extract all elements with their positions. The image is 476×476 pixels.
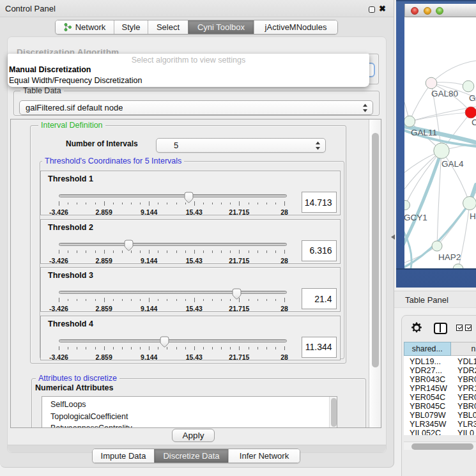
threshold-value-field[interactable]: 14.713 bbox=[302, 192, 337, 213]
slider-tick bbox=[86, 299, 86, 302]
slider-tick bbox=[59, 201, 59, 206]
slider-tick-label: 2.859 bbox=[95, 257, 112, 265]
slider-tick bbox=[104, 201, 105, 206]
attribute-list-item[interactable]: SelfLoops bbox=[42, 397, 337, 411]
attributes-list-scrollbar[interactable] bbox=[329, 397, 337, 428]
slider-tick bbox=[59, 346, 59, 351]
dropdown-item-equal-width[interactable]: Equal Width/Frequency Discretization bbox=[9, 76, 142, 85]
slider-tick bbox=[275, 250, 276, 253]
network-node[interactable] bbox=[426, 77, 437, 89]
network-window-titlebar[interactable] bbox=[404, 4, 476, 17]
close-traffic-light-icon[interactable] bbox=[411, 7, 418, 15]
minimize-traffic-light-icon[interactable] bbox=[424, 7, 431, 15]
column-view-icon[interactable] bbox=[434, 323, 447, 334]
close-icon[interactable]: ✖ bbox=[379, 4, 386, 13]
slider-tick bbox=[149, 250, 150, 254]
network-node-label: GCY1 bbox=[404, 213, 427, 222]
table-header-shared-name[interactable]: shared... bbox=[404, 342, 451, 356]
slider-track[interactable] bbox=[59, 339, 287, 342]
table-data-combobox[interactable]: galFiltered.sif default node bbox=[19, 100, 373, 115]
number-of-intervals-combobox[interactable]: 5 bbox=[156, 138, 326, 153]
slider-tick bbox=[95, 347, 96, 349]
table-header-name[interactable]: n bbox=[451, 342, 476, 356]
slider-thumb[interactable] bbox=[160, 336, 169, 348]
table-row[interactable]: YDL19...YDL1 bbox=[404, 357, 476, 366]
splitter-collapse-icon[interactable] bbox=[391, 234, 395, 240]
table-row[interactable]: YBL079WYBL0 bbox=[404, 411, 476, 420]
attribute-list-item[interactable]: TopologicalCoefficient bbox=[42, 411, 337, 423]
table-row[interactable]: YBR043CYBR0 bbox=[404, 375, 476, 384]
network-edge[interactable] bbox=[410, 83, 431, 121]
checkbox-icon[interactable] bbox=[465, 325, 472, 331]
tab-jactivemnodules[interactable]: jActiveMNodules bbox=[254, 20, 337, 34]
tab-style[interactable]: Style bbox=[114, 20, 148, 34]
slider-tick bbox=[176, 203, 177, 205]
network-canvas[interactable]: GAL80GACGAL11GAL4GCY1HHAP2 bbox=[404, 17, 476, 268]
table-row[interactable]: YIL052CYIL0 bbox=[404, 429, 476, 436]
attributes-list[interactable]: SelfLoopsTopologicalCoefficientBetweenne… bbox=[42, 396, 337, 428]
slider-tick bbox=[68, 250, 68, 253]
cell-shared-name: YBR045C bbox=[404, 402, 452, 411]
threshold-title: Threshold 2 bbox=[48, 223, 93, 232]
slider-track[interactable] bbox=[59, 194, 287, 197]
tab-label: Impute Data bbox=[101, 451, 146, 461]
settings-scrollpane: Interval Definition Number of Intervals … bbox=[10, 119, 381, 428]
settings-vertical-scrollbar[interactable] bbox=[369, 119, 381, 427]
network-edge[interactable] bbox=[431, 61, 476, 83]
network-node[interactable] bbox=[404, 201, 410, 210]
threshold-title: Threshold 4 bbox=[48, 319, 93, 328]
tab-cyni-toolbox[interactable]: Cyni Toolbox bbox=[188, 20, 254, 34]
slider-tick bbox=[167, 299, 167, 302]
float-window-icon[interactable] bbox=[369, 6, 375, 13]
threshold-value-field[interactable]: 6.316 bbox=[302, 240, 337, 261]
slider-thumb[interactable] bbox=[124, 240, 134, 252]
network-node[interactable] bbox=[463, 197, 476, 210]
table-horizontal-scrollbar[interactable] bbox=[404, 441, 476, 450]
tab-impute-data[interactable]: Impute Data bbox=[93, 449, 154, 463]
table-row[interactable]: YBR045CYBR0 bbox=[404, 402, 476, 411]
table-row[interactable]: YER054CYER0 bbox=[404, 393, 476, 402]
tab-select[interactable]: Select bbox=[148, 20, 188, 34]
cell-name: YDL1 bbox=[452, 357, 476, 366]
network-node[interactable] bbox=[432, 241, 442, 251]
scrollbar-thumb[interactable] bbox=[331, 398, 337, 427]
slider-track[interactable] bbox=[59, 291, 287, 294]
scrollbar-thumb[interactable] bbox=[411, 443, 473, 450]
network-node[interactable] bbox=[463, 81, 474, 92]
number-of-intervals-value: 5 bbox=[157, 141, 178, 150]
slider-tick-label: -3.426 bbox=[49, 353, 68, 361]
slider-tick-label: 2.859 bbox=[95, 353, 112, 361]
apply-button[interactable]: Apply bbox=[172, 429, 215, 442]
slider-tick bbox=[158, 347, 158, 349]
zoom-traffic-light-icon[interactable] bbox=[436, 7, 443, 15]
dropdown-item-manual-discretization[interactable]: Manual Discretization bbox=[9, 65, 91, 74]
network-node[interactable] bbox=[453, 264, 463, 268]
table-row[interactable]: YPR145WYPR1 bbox=[404, 384, 476, 393]
checkbox-icon[interactable] bbox=[456, 325, 463, 331]
attribute-list-item[interactable]: BetweennessCentrality bbox=[42, 422, 337, 428]
slider-tick bbox=[113, 299, 114, 302]
cell-shared-name: YDR27... bbox=[404, 366, 452, 375]
threshold-value-field[interactable]: 21.4 bbox=[302, 288, 337, 309]
table-row[interactable]: YDR27...YDR2 bbox=[404, 366, 476, 375]
network-node[interactable] bbox=[465, 107, 476, 118]
tab-network[interactable]: Network bbox=[56, 20, 114, 34]
tab-discretize-data[interactable]: Discretize Data bbox=[154, 449, 228, 463]
slider-tick bbox=[59, 298, 59, 302]
slider-thumb[interactable] bbox=[184, 192, 194, 204]
slider-track[interactable] bbox=[59, 243, 287, 246]
control-panel-titlebar[interactable]: Control Panel ✖ bbox=[0, 0, 394, 17]
network-node[interactable] bbox=[434, 143, 449, 158]
network-edge-highlighted[interactable] bbox=[404, 151, 441, 250]
scrollbar-thumb[interactable] bbox=[372, 133, 379, 367]
table-panel-bar[interactable]: Table Panel bbox=[394, 291, 476, 308]
threshold-value-field[interactable]: 11.344 bbox=[302, 337, 337, 358]
dropdown-prompt-item[interactable]: Select algorithm to view settings bbox=[8, 56, 369, 65]
table-row[interactable]: YLR345WYLR3 bbox=[404, 420, 476, 429]
tab-infer-network[interactable]: Infer Network bbox=[228, 449, 300, 463]
gear-icon[interactable] bbox=[411, 322, 422, 334]
network-node[interactable] bbox=[404, 116, 415, 127]
cell-name: YER0 bbox=[452, 393, 476, 402]
slider-thumb[interactable] bbox=[232, 288, 242, 300]
network-window-bottom-edge bbox=[396, 268, 476, 270]
